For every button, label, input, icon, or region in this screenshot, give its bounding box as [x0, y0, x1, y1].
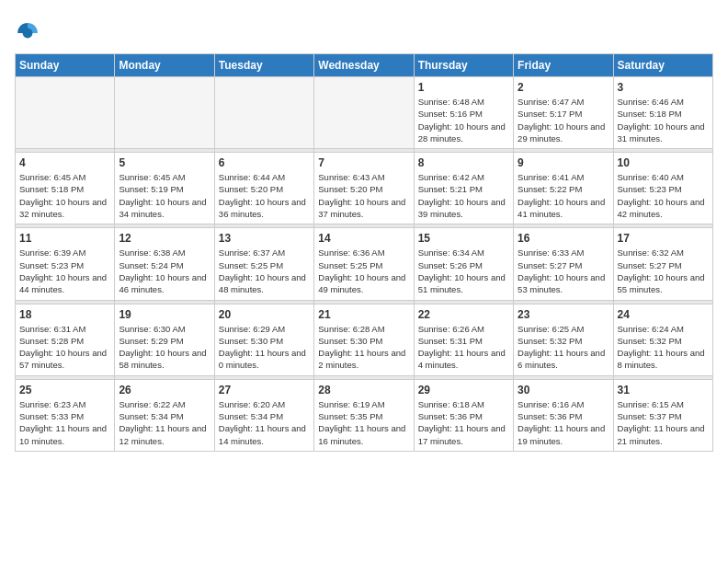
calendar-cell: 31Sunrise: 6:15 AMSunset: 5:37 PMDayligh… [613, 379, 712, 451]
day-info: Sunrise: 6:40 AMSunset: 5:23 PMDaylight:… [618, 171, 709, 220]
calendar-table: SundayMondayTuesdayWednesdayThursdayFrid… [15, 53, 713, 452]
calendar-cell: 3Sunrise: 6:46 AMSunset: 5:18 PMDaylight… [613, 77, 712, 149]
day-number: 21 [318, 308, 409, 321]
calendar-cell: 22Sunrise: 6:26 AMSunset: 5:31 PMDayligh… [414, 304, 513, 375]
day-info: Sunrise: 6:41 AMSunset: 5:22 PMDaylight:… [518, 171, 609, 220]
calendar-cell: 7Sunrise: 6:43 AMSunset: 5:20 PMDaylight… [314, 153, 414, 224]
day-info: Sunrise: 6:48 AMSunset: 5:16 PMDaylight:… [418, 96, 509, 144]
calendar-cell: 15Sunrise: 6:34 AMSunset: 5:26 PMDayligh… [414, 228, 513, 300]
day-info: Sunrise: 6:20 AMSunset: 5:34 PMDaylight:… [219, 398, 310, 447]
calendar-cell: 24Sunrise: 6:24 AMSunset: 5:32 PMDayligh… [613, 304, 712, 375]
day-info: Sunrise: 6:42 AMSunset: 5:21 PMDaylight:… [418, 171, 509, 220]
day-number: 22 [418, 308, 509, 321]
day-info: Sunrise: 6:29 AMSunset: 5:30 PMDaylight:… [219, 323, 310, 372]
calendar-cell: 28Sunrise: 6:19 AMSunset: 5:35 PMDayligh… [314, 379, 414, 451]
calendar-cell: 21Sunrise: 6:28 AMSunset: 5:30 PMDayligh… [314, 304, 414, 375]
day-info: Sunrise: 6:43 AMSunset: 5:20 PMDaylight:… [318, 171, 409, 220]
svg-point-0 [23, 29, 33, 39]
calendar-cell: 12Sunrise: 6:38 AMSunset: 5:24 PMDayligh… [115, 228, 214, 300]
day-info: Sunrise: 6:19 AMSunset: 5:35 PMDaylight:… [318, 398, 409, 447]
calendar-cell: 5Sunrise: 6:45 AMSunset: 5:19 PMDaylight… [115, 153, 214, 224]
day-number: 13 [219, 232, 310, 245]
day-number: 25 [19, 384, 110, 396]
calendar-cell [314, 77, 414, 149]
day-info: Sunrise: 6:36 AMSunset: 5:25 PMDaylight:… [318, 247, 409, 295]
day-number: 14 [318, 232, 409, 245]
calendar-week-2: 4Sunrise: 6:45 AMSunset: 5:18 PMDaylight… [16, 153, 713, 224]
logo [15, 20, 44, 46]
weekday-header-thursday: Thursday [414, 54, 513, 77]
day-info: Sunrise: 6:16 AMSunset: 5:36 PMDaylight:… [518, 398, 609, 447]
calendar-cell [16, 77, 115, 149]
weekday-header-saturday: Saturday [613, 54, 712, 77]
day-number: 17 [618, 232, 709, 245]
weekday-header-friday: Friday [514, 54, 613, 77]
day-number: 18 [19, 308, 110, 321]
day-number: 2 [518, 81, 609, 94]
day-number: 7 [318, 156, 409, 169]
day-number: 31 [618, 384, 709, 396]
weekday-header-monday: Monday [115, 54, 214, 77]
calendar-cell: 13Sunrise: 6:37 AMSunset: 5:25 PMDayligh… [214, 228, 313, 300]
weekday-header-wednesday: Wednesday [314, 54, 414, 77]
day-info: Sunrise: 6:18 AMSunset: 5:36 PMDaylight:… [418, 398, 509, 447]
day-info: Sunrise: 6:32 AMSunset: 5:27 PMDaylight:… [618, 247, 709, 295]
day-number: 19 [119, 308, 210, 321]
day-info: Sunrise: 6:15 AMSunset: 5:37 PMDaylight:… [618, 398, 709, 447]
day-number: 28 [318, 384, 409, 396]
calendar-cell [214, 77, 313, 149]
day-info: Sunrise: 6:23 AMSunset: 5:33 PMDaylight:… [19, 398, 110, 447]
day-number: 12 [119, 232, 210, 245]
calendar-cell: 19Sunrise: 6:30 AMSunset: 5:29 PMDayligh… [115, 304, 214, 375]
calendar-cell: 18Sunrise: 6:31 AMSunset: 5:28 PMDayligh… [16, 304, 115, 375]
day-info: Sunrise: 6:28 AMSunset: 5:30 PMDaylight:… [318, 323, 409, 372]
calendar-cell: 23Sunrise: 6:25 AMSunset: 5:32 PMDayligh… [514, 304, 613, 375]
day-number: 6 [219, 156, 310, 169]
day-number: 30 [518, 384, 609, 396]
calendar-cell: 30Sunrise: 6:16 AMSunset: 5:36 PMDayligh… [514, 379, 613, 451]
day-info: Sunrise: 6:45 AMSunset: 5:18 PMDaylight:… [19, 171, 110, 220]
weekday-header-row: SundayMondayTuesdayWednesdayThursdayFrid… [16, 54, 713, 77]
day-info: Sunrise: 6:31 AMSunset: 5:28 PMDaylight:… [19, 323, 110, 372]
day-number: 16 [518, 232, 609, 245]
day-number: 11 [19, 232, 110, 245]
calendar-cell: 8Sunrise: 6:42 AMSunset: 5:21 PMDaylight… [414, 153, 513, 224]
weekday-header-sunday: Sunday [16, 54, 115, 77]
calendar-cell: 25Sunrise: 6:23 AMSunset: 5:33 PMDayligh… [16, 379, 115, 451]
day-info: Sunrise: 6:25 AMSunset: 5:32 PMDaylight:… [518, 323, 609, 372]
day-number: 20 [219, 308, 310, 321]
day-info: Sunrise: 6:33 AMSunset: 5:27 PMDaylight:… [518, 247, 609, 295]
calendar-week-3: 11Sunrise: 6:39 AMSunset: 5:23 PMDayligh… [16, 228, 713, 300]
day-info: Sunrise: 6:45 AMSunset: 5:19 PMDaylight:… [119, 171, 210, 220]
day-number: 15 [418, 232, 509, 245]
calendar-cell: 17Sunrise: 6:32 AMSunset: 5:27 PMDayligh… [613, 228, 712, 300]
day-info: Sunrise: 6:37 AMSunset: 5:25 PMDaylight:… [219, 247, 310, 295]
day-info: Sunrise: 6:22 AMSunset: 5:34 PMDaylight:… [119, 398, 210, 447]
calendar-cell: 26Sunrise: 6:22 AMSunset: 5:34 PMDayligh… [115, 379, 214, 451]
day-number: 10 [618, 156, 709, 169]
calendar-cell: 6Sunrise: 6:44 AMSunset: 5:20 PMDaylight… [214, 153, 313, 224]
calendar-week-4: 18Sunrise: 6:31 AMSunset: 5:28 PMDayligh… [16, 304, 713, 375]
calendar-cell: 27Sunrise: 6:20 AMSunset: 5:34 PMDayligh… [214, 379, 313, 451]
weekday-header-tuesday: Tuesday [214, 54, 313, 77]
day-number: 4 [19, 156, 110, 169]
calendar-cell: 4Sunrise: 6:45 AMSunset: 5:18 PMDaylight… [16, 153, 115, 224]
day-info: Sunrise: 6:39 AMSunset: 5:23 PMDaylight:… [19, 247, 110, 295]
calendar-cell: 14Sunrise: 6:36 AMSunset: 5:25 PMDayligh… [314, 228, 414, 300]
calendar-cell: 29Sunrise: 6:18 AMSunset: 5:36 PMDayligh… [414, 379, 513, 451]
day-number: 26 [119, 384, 210, 396]
day-info: Sunrise: 6:26 AMSunset: 5:31 PMDaylight:… [418, 323, 509, 372]
day-info: Sunrise: 6:47 AMSunset: 5:17 PMDaylight:… [518, 96, 609, 144]
day-number: 9 [518, 156, 609, 169]
logo-icon [15, 20, 40, 46]
calendar-cell [115, 77, 214, 149]
day-number: 27 [219, 384, 310, 396]
day-number: 8 [418, 156, 509, 169]
calendar-cell: 2Sunrise: 6:47 AMSunset: 5:17 PMDaylight… [514, 77, 613, 149]
calendar-cell: 11Sunrise: 6:39 AMSunset: 5:23 PMDayligh… [16, 228, 115, 300]
calendar-week-5: 25Sunrise: 6:23 AMSunset: 5:33 PMDayligh… [16, 379, 713, 451]
calendar-cell: 9Sunrise: 6:41 AMSunset: 5:22 PMDaylight… [514, 153, 613, 224]
day-info: Sunrise: 6:30 AMSunset: 5:29 PMDaylight:… [119, 323, 210, 372]
calendar-cell: 10Sunrise: 6:40 AMSunset: 5:23 PMDayligh… [613, 153, 712, 224]
day-info: Sunrise: 6:34 AMSunset: 5:26 PMDaylight:… [418, 247, 509, 295]
